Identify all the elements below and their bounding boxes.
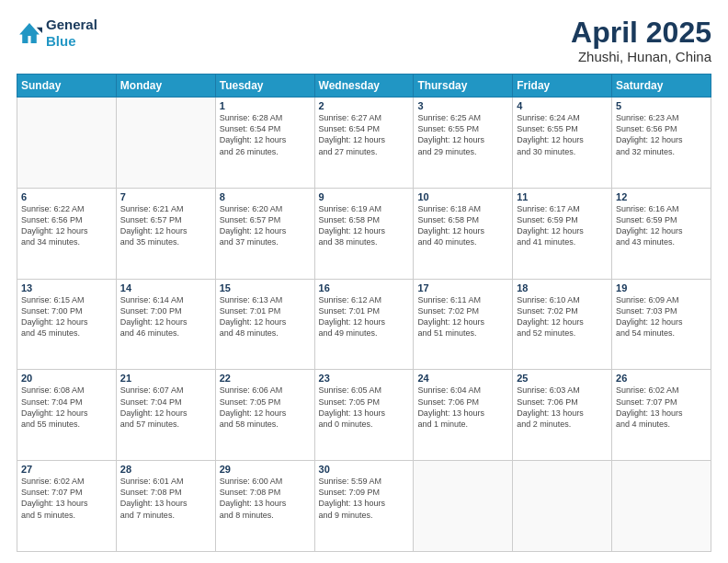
day-info: Sunrise: 6:10 AMSunset: 7:02 PMDaylight:… <box>517 294 608 339</box>
weekday-header-row: SundayMondayTuesdayWednesdayThursdayFrid… <box>17 75 711 98</box>
day-cell: 7Sunrise: 6:21 AMSunset: 6:57 PMDaylight… <box>116 188 215 279</box>
logo-line1: General <box>46 17 97 33</box>
day-cell: 9Sunrise: 6:19 AMSunset: 6:58 PMDaylight… <box>314 188 414 279</box>
day-number: 13 <box>21 282 112 293</box>
day-info: Sunrise: 6:21 AMSunset: 6:57 PMDaylight:… <box>120 203 211 248</box>
day-cell: 10Sunrise: 6:18 AMSunset: 6:58 PMDayligh… <box>414 188 513 279</box>
day-cell: 13Sunrise: 6:15 AMSunset: 7:00 PMDayligh… <box>17 279 117 370</box>
day-number: 14 <box>120 282 211 293</box>
day-cell: 17Sunrise: 6:11 AMSunset: 7:02 PMDayligh… <box>414 279 513 370</box>
day-number: 23 <box>319 373 410 384</box>
logo-text: General Blue <box>46 17 97 50</box>
day-cell: 23Sunrise: 6:05 AMSunset: 7:05 PMDayligh… <box>314 370 414 461</box>
day-cell: 6Sunrise: 6:22 AMSunset: 6:56 PMDaylight… <box>17 188 117 279</box>
day-number: 4 <box>517 100 608 111</box>
day-info: Sunrise: 6:02 AMSunset: 7:07 PMDaylight:… <box>21 476 112 521</box>
day-cell: 8Sunrise: 6:20 AMSunset: 6:57 PMDaylight… <box>215 188 314 279</box>
day-info: Sunrise: 6:20 AMSunset: 6:57 PMDaylight:… <box>220 203 311 248</box>
day-info: Sunrise: 6:15 AMSunset: 7:00 PMDaylight:… <box>21 294 112 339</box>
day-info: Sunrise: 6:12 AMSunset: 7:01 PMDaylight:… <box>319 294 410 339</box>
day-cell: 14Sunrise: 6:14 AMSunset: 7:00 PMDayligh… <box>116 279 215 370</box>
week-row: 27Sunrise: 6:02 AMSunset: 7:07 PMDayligh… <box>17 461 711 552</box>
day-number: 19 <box>616 282 707 293</box>
day-number: 26 <box>616 373 707 384</box>
day-cell: 28Sunrise: 6:01 AMSunset: 7:08 PMDayligh… <box>116 461 215 552</box>
svg-marker-1 <box>37 28 42 33</box>
weekday-header: Monday <box>116 75 215 98</box>
weekday-header: Wednesday <box>314 75 414 98</box>
day-cell: 2Sunrise: 6:27 AMSunset: 6:54 PMDaylight… <box>314 98 414 189</box>
day-cell: 19Sunrise: 6:09 AMSunset: 7:03 PMDayligh… <box>612 279 711 370</box>
day-info: Sunrise: 6:14 AMSunset: 7:00 PMDaylight:… <box>120 294 211 339</box>
day-number: 22 <box>220 373 311 384</box>
day-info: Sunrise: 6:02 AMSunset: 7:07 PMDaylight:… <box>616 385 707 430</box>
day-cell: 4Sunrise: 6:24 AMSunset: 6:55 PMDaylight… <box>513 98 612 189</box>
day-cell: 30Sunrise: 5:59 AMSunset: 7:09 PMDayligh… <box>314 461 414 552</box>
logo-line2: Blue <box>46 33 97 50</box>
day-info: Sunrise: 6:22 AMSunset: 6:56 PMDaylight:… <box>21 203 112 248</box>
day-info: Sunrise: 6:01 AMSunset: 7:08 PMDaylight:… <box>120 476 211 521</box>
day-number: 15 <box>220 282 311 293</box>
week-row: 1Sunrise: 6:28 AMSunset: 6:54 PMDaylight… <box>17 98 711 189</box>
day-number: 27 <box>21 464 112 475</box>
weekday-header: Thursday <box>414 75 513 98</box>
logo: General Blue <box>17 17 97 50</box>
week-row: 13Sunrise: 6:15 AMSunset: 7:00 PMDayligh… <box>17 279 711 370</box>
title-block: April 2025 Zhushi, Hunan, China <box>571 17 711 64</box>
week-row: 20Sunrise: 6:08 AMSunset: 7:04 PMDayligh… <box>17 370 711 461</box>
day-cell: 21Sunrise: 6:07 AMSunset: 7:04 PMDayligh… <box>116 370 215 461</box>
weekday-header: Sunday <box>17 75 117 98</box>
day-info: Sunrise: 6:11 AMSunset: 7:02 PMDaylight:… <box>417 294 508 339</box>
day-number: 20 <box>21 373 112 384</box>
day-info: Sunrise: 6:13 AMSunset: 7:01 PMDaylight:… <box>220 294 311 339</box>
day-cell: 29Sunrise: 6:00 AMSunset: 7:08 PMDayligh… <box>215 461 314 552</box>
sub-title: Zhushi, Hunan, China <box>571 49 711 64</box>
day-cell <box>17 98 117 189</box>
day-info: Sunrise: 5:59 AMSunset: 7:09 PMDaylight:… <box>319 476 410 521</box>
weekday-header: Saturday <box>612 75 711 98</box>
day-number: 5 <box>616 100 707 111</box>
day-info: Sunrise: 6:25 AMSunset: 6:55 PMDaylight:… <box>417 112 508 157</box>
day-info: Sunrise: 6:06 AMSunset: 7:05 PMDaylight:… <box>220 385 311 430</box>
day-number: 2 <box>319 100 410 111</box>
day-info: Sunrise: 6:18 AMSunset: 6:58 PMDaylight:… <box>417 203 508 248</box>
day-cell: 5Sunrise: 6:23 AMSunset: 6:56 PMDaylight… <box>612 98 711 189</box>
day-number: 3 <box>417 100 508 111</box>
day-cell: 12Sunrise: 6:16 AMSunset: 6:59 PMDayligh… <box>612 188 711 279</box>
day-number: 10 <box>417 191 508 202</box>
day-info: Sunrise: 6:23 AMSunset: 6:56 PMDaylight:… <box>616 112 707 157</box>
day-number: 29 <box>220 464 311 475</box>
day-cell: 24Sunrise: 6:04 AMSunset: 7:06 PMDayligh… <box>414 370 513 461</box>
day-info: Sunrise: 6:00 AMSunset: 7:08 PMDaylight:… <box>220 476 311 521</box>
week-row: 6Sunrise: 6:22 AMSunset: 6:56 PMDaylight… <box>17 188 711 279</box>
logo-icon <box>17 20 42 46</box>
weekday-header: Friday <box>513 75 612 98</box>
day-number: 16 <box>319 282 410 293</box>
day-number: 1 <box>220 100 311 111</box>
day-info: Sunrise: 6:05 AMSunset: 7:05 PMDaylight:… <box>319 385 410 430</box>
day-info: Sunrise: 6:16 AMSunset: 6:59 PMDaylight:… <box>616 203 707 248</box>
day-cell: 26Sunrise: 6:02 AMSunset: 7:07 PMDayligh… <box>612 370 711 461</box>
day-info: Sunrise: 6:27 AMSunset: 6:54 PMDaylight:… <box>319 112 410 157</box>
day-number: 7 <box>120 191 211 202</box>
day-cell <box>414 461 513 552</box>
day-number: 11 <box>517 191 608 202</box>
day-number: 8 <box>220 191 311 202</box>
day-number: 6 <box>21 191 112 202</box>
day-info: Sunrise: 6:17 AMSunset: 6:59 PMDaylight:… <box>517 203 608 248</box>
calendar-table: SundayMondayTuesdayWednesdayThursdayFrid… <box>17 74 711 552</box>
header: General Blue April 2025 Zhushi, Hunan, C… <box>17 17 711 64</box>
main-title: April 2025 <box>571 17 711 49</box>
page: General Blue April 2025 Zhushi, Hunan, C… <box>0 0 728 563</box>
day-cell: 20Sunrise: 6:08 AMSunset: 7:04 PMDayligh… <box>17 370 117 461</box>
day-number: 24 <box>417 373 508 384</box>
day-cell: 11Sunrise: 6:17 AMSunset: 6:59 PMDayligh… <box>513 188 612 279</box>
day-number: 28 <box>120 464 211 475</box>
day-info: Sunrise: 6:24 AMSunset: 6:55 PMDaylight:… <box>517 112 608 157</box>
day-cell: 22Sunrise: 6:06 AMSunset: 7:05 PMDayligh… <box>215 370 314 461</box>
day-info: Sunrise: 6:03 AMSunset: 7:06 PMDaylight:… <box>517 385 608 430</box>
day-cell <box>116 98 215 189</box>
day-cell: 3Sunrise: 6:25 AMSunset: 6:55 PMDaylight… <box>414 98 513 189</box>
day-number: 9 <box>319 191 410 202</box>
day-number: 12 <box>616 191 707 202</box>
